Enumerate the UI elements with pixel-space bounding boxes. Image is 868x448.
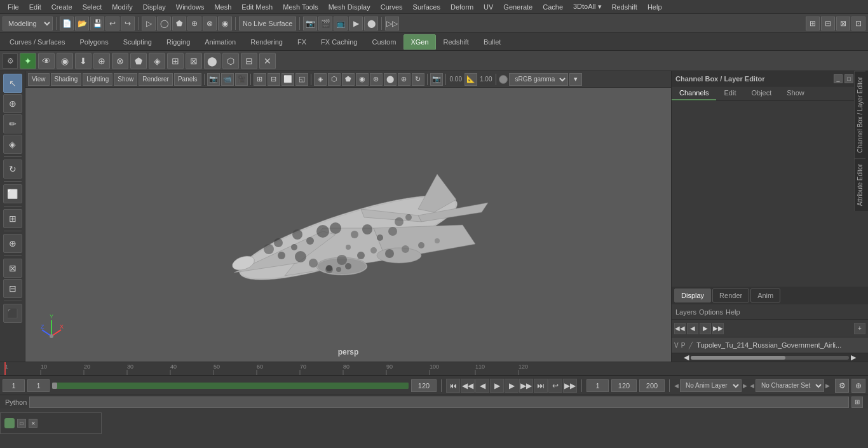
circle-btn[interactable]: ⬤ [364, 17, 378, 31]
paint-tool-btn[interactable]: ⬟ [172, 17, 186, 31]
shading-menu[interactable]: Shading [51, 73, 82, 86]
snap3-btn[interactable]: ◉ [218, 17, 232, 31]
shading-icon4[interactable]: ◉ [356, 73, 369, 86]
pb-play[interactable]: ▶ [490, 379, 504, 393]
lighting-menu[interactable]: Lighting [83, 73, 112, 86]
menu-windows[interactable]: Windows [171, 2, 210, 12]
anim-tab[interactable]: Anim [750, 288, 780, 302]
vtab-channel-box[interactable]: Channel Box / Layer Editor [855, 71, 865, 158]
snap-tool-btn[interactable]: ⊕ [187, 17, 201, 31]
menu-edit-mesh[interactable]: Edit Mesh [236, 2, 278, 12]
mode-dropdown[interactable]: Modeling Rigging Animation [3, 17, 53, 31]
pb-prev-key[interactable]: ◀◀ [461, 379, 475, 393]
menu-mesh[interactable]: Mesh [209, 2, 236, 12]
xgen-settings-btn[interactable]: ⚙ [3, 53, 18, 69]
frame-icon-btn[interactable]: ⬜ [281, 73, 294, 86]
xgen-btn12[interactable]: ⬡ [222, 53, 239, 69]
shading-icon7[interactable]: ⊕ [398, 73, 410, 86]
open-file-btn[interactable]: 📂 [75, 17, 89, 31]
menu-display[interactable]: Display [138, 2, 171, 12]
shading-icon3[interactable]: ⬟ [342, 73, 355, 86]
select-tool-btn[interactable]: ▷ [142, 17, 156, 31]
display-tab[interactable]: Display [674, 288, 711, 302]
window-close-btn[interactable]: ✕ [29, 419, 37, 428]
render-tab[interactable]: Render [712, 288, 749, 302]
layer-arrow1[interactable]: ◀◀ [674, 323, 686, 334]
cb-maximize-btn[interactable]: □ [844, 74, 853, 83]
panels-menu[interactable]: Panels [174, 73, 201, 86]
colorspace-arrow[interactable]: ▾ [569, 73, 582, 86]
pb-goto-end[interactable]: ⏭ [534, 379, 548, 393]
vtab-attr-editor[interactable]: Attribute Editor [855, 158, 865, 211]
undo-btn[interactable]: ↩ [105, 17, 119, 31]
tab-custom[interactable]: Custom [365, 34, 403, 50]
grid-icon-btn[interactable]: ⊞ [254, 73, 266, 86]
pb-next-frame[interactable]: ▶ [505, 379, 519, 393]
color-srgb-btn[interactable] [499, 75, 508, 84]
cam-icon-sm[interactable]: 📷 [430, 73, 443, 86]
pb-prev-frame[interactable]: ◀ [475, 379, 489, 393]
menu-redshift[interactable]: Redshift [607, 2, 642, 12]
bc-settings-btn[interactable]: ⚙ [835, 379, 849, 393]
layer-arrow3[interactable]: ▶ [700, 323, 711, 334]
show-menu[interactable]: Show [114, 73, 137, 86]
xgen-btn3[interactable]: ◉ [57, 53, 73, 69]
snap2-tool[interactable]: ⊟ [3, 279, 22, 298]
char-set-dropdown[interactable]: No Character Set [756, 379, 824, 392]
view-menu[interactable]: View [28, 73, 50, 86]
xgen-btn13[interactable]: ⊟ [241, 53, 257, 69]
xgen-btn5[interactable]: ⊕ [93, 53, 110, 69]
tab-bullet[interactable]: Bullet [477, 34, 508, 50]
shading-icon5[interactable]: ⊛ [370, 73, 383, 86]
tab-object[interactable]: Object [743, 86, 779, 100]
tab-show[interactable]: Show [779, 86, 812, 100]
menu-curves[interactable]: Curves [376, 2, 408, 12]
renderer-menu[interactable]: Renderer [139, 73, 173, 86]
new-file-btn[interactable]: 📄 [60, 17, 74, 31]
paint-select-tool[interactable]: ✏ [3, 114, 22, 133]
menu-surfaces[interactable]: Surfaces [408, 2, 445, 12]
sculpt-tool[interactable]: ⊕ [3, 234, 22, 253]
menu-file[interactable]: File [3, 2, 24, 12]
options-menu[interactable]: Options [699, 308, 723, 316]
menu-edit[interactable]: Edit [24, 2, 46, 12]
scroll-left[interactable]: ◀ [682, 353, 691, 362]
camera-btn[interactable]: 📷 [303, 17, 317, 31]
tab-redshift[interactable]: Redshift [437, 34, 476, 50]
snap2-btn[interactable]: ⊗ [203, 17, 217, 31]
tab-animation[interactable]: Animation [198, 34, 243, 50]
scale-tool[interactable]: ⬜ [3, 184, 22, 203]
renderview-btn[interactable]: 📺 [334, 17, 348, 31]
range-bar[interactable] [52, 383, 409, 389]
xgen-btn8[interactable]: ◈ [149, 53, 165, 69]
camera2-icon-btn[interactable]: 📹 [221, 73, 234, 86]
help-menu[interactable]: Help [726, 308, 740, 316]
save-file-btn[interactable]: 💾 [90, 17, 104, 31]
menu-generate[interactable]: Generate [498, 2, 538, 12]
snap-tool[interactable]: ⊠ [3, 259, 22, 278]
shading-icon6[interactable]: ⬤ [384, 73, 397, 86]
xgen-btn4[interactable]: ⬇ [75, 53, 92, 69]
pb-settings[interactable]: ▶▶ [563, 379, 577, 393]
layer-name[interactable]: Tupolev_Tu_214_Russian_Government_Airli.… [696, 341, 865, 349]
tab-polygons[interactable]: Polygons [72, 34, 115, 50]
anim-layer-dropdown[interactable]: No Anim Layer [680, 379, 742, 392]
menu-cache[interactable]: Cache [538, 2, 568, 12]
xgen-btn9[interactable]: ⊞ [167, 53, 184, 69]
colorspace-dropdown[interactable]: sRGB gamma Linear [509, 73, 568, 86]
xgen-btn11[interactable]: ⬤ [204, 53, 220, 69]
cam-angle-icon[interactable]: 📐 [465, 73, 477, 86]
scrollbar-track[interactable] [691, 356, 849, 360]
menu-help[interactable]: Help [642, 2, 667, 12]
bc-extra-btn[interactable]: ⊕ [851, 379, 865, 393]
menu-create[interactable]: Create [46, 2, 78, 12]
xgen-btn1[interactable]: ✦ [20, 53, 36, 69]
tab-edit[interactable]: Edit [716, 86, 743, 100]
tab-fx-caching[interactable]: FX Caching [314, 34, 364, 50]
scroll-right[interactable]: ▶ [849, 353, 858, 362]
window-restore-btn[interactable]: □ [17, 419, 26, 428]
more-tools-btn[interactable]: ▷▷ [385, 17, 399, 31]
soft-select-tool[interactable]: ⊞ [3, 209, 22, 228]
render-btn[interactable]: 🎬 [318, 17, 332, 31]
tab-rendering[interactable]: Rendering [243, 34, 290, 50]
